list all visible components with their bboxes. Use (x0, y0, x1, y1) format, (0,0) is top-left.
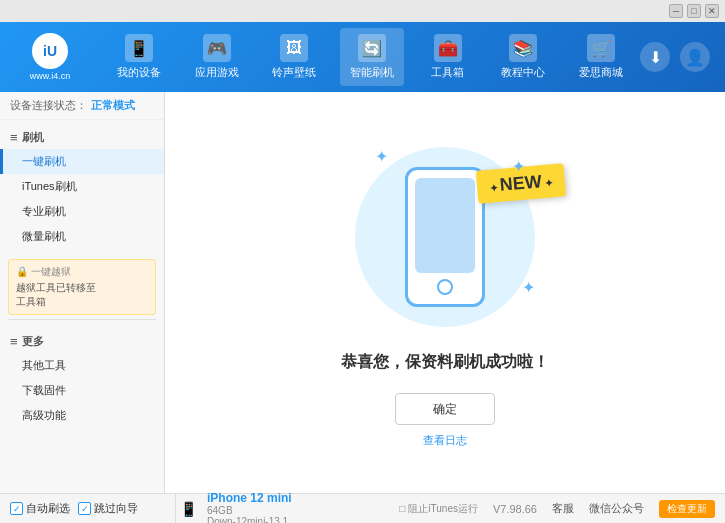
bottom-bar: 自动刷选 跳过向导 📱 iPhone 12 mini 64GB Down-12m… (0, 493, 725, 523)
title-bar: ─ □ ✕ (0, 0, 725, 22)
nav-item-tutorials[interactable]: 📚 教程中心 (491, 28, 555, 86)
sparkle-icon-1: ✦ (375, 147, 388, 166)
sidebar: 设备连接状态： 正常模式 ≡ 刷机 一键刷机 iTunes刷机 专业刷机 微量刷… (0, 92, 165, 493)
device-status: 设备连接状态： 正常模式 (0, 92, 164, 120)
nav-item-my-device[interactable]: 📱 我的设备 (107, 28, 171, 86)
more-group-label: 更多 (22, 334, 44, 349)
wallpaper-icon: 🖼 (280, 34, 308, 62)
version-text: V7.98.66 (493, 503, 537, 515)
nav-item-mall[interactable]: 🛒 爱思商城 (569, 28, 633, 86)
phone-screen (415, 178, 475, 273)
app-game-icon: 🎮 (203, 34, 231, 62)
nav-label-tutorials: 教程中心 (501, 65, 545, 80)
more-group-header: ≡ 更多 (0, 330, 164, 353)
nav-item-app-game[interactable]: 🎮 应用游戏 (185, 28, 249, 86)
bottom-right: □ 阻止iTunes运行 V7.98.66 客服 微信公众号 检查更新 (399, 500, 715, 518)
skip-wizard-label: 跳过向导 (94, 501, 138, 516)
flash-group-icon: ≡ (10, 130, 18, 145)
main-layout: 设备连接状态： 正常模式 ≡ 刷机 一键刷机 iTunes刷机 专业刷机 微量刷… (0, 92, 725, 493)
logo-icon: iU (32, 33, 68, 69)
tutorials-icon: 📚 (509, 34, 537, 62)
nav-label-my-device: 我的设备 (117, 65, 161, 80)
sidebar-divider (8, 319, 156, 320)
sparkle-icon-2: ✦ (512, 157, 525, 176)
phone-shape (405, 167, 485, 307)
auto-flash-checkbox-box[interactable] (10, 502, 23, 515)
logo-area[interactable]: iU www.i4.cn (0, 33, 100, 81)
nav-item-smart-flash[interactable]: 🔄 智能刷机 (340, 28, 404, 86)
status-value: 正常模式 (91, 98, 135, 113)
device-info: iPhone 12 mini 64GB Down-12mini-13,1 (207, 491, 292, 524)
mall-icon: 🛒 (587, 34, 615, 62)
sidebar-item-save-flash[interactable]: 微量刷机 (0, 224, 164, 249)
sidebar-item-one-key-flash[interactable]: 一键刷机 (0, 149, 164, 174)
sidebar-item-other-tools[interactable]: 其他工具 (0, 353, 164, 378)
nav-item-wallpaper[interactable]: 🖼 铃声壁纸 (262, 28, 326, 86)
nav-right: ⬇ 👤 (640, 42, 725, 72)
flash-group-label: 刷机 (22, 130, 44, 145)
itunes-stop-icon: □ (399, 503, 405, 514)
skip-wizard-checkbox-box[interactable] (78, 502, 91, 515)
sidebar-item-advanced[interactable]: 高级功能 (0, 403, 164, 428)
smart-flash-icon: 🔄 (358, 34, 386, 62)
customer-service-link[interactable]: 客服 (552, 501, 574, 516)
notice-body: 越狱工具已转移至 工具箱 (16, 281, 148, 309)
nav-label-app-game: 应用游戏 (195, 65, 239, 80)
download-button[interactable]: ⬇ (640, 42, 670, 72)
sidebar-item-download-firmware[interactable]: 下载固件 (0, 378, 164, 403)
itunes-stop-label: 阻止iTunes运行 (408, 502, 478, 516)
device-storage: 64GB (207, 505, 292, 516)
sidebar-item-itunes-flash[interactable]: iTunes刷机 (0, 174, 164, 199)
nav-label-toolbox: 工具箱 (431, 65, 464, 80)
more-group-icon: ≡ (10, 334, 18, 349)
jailbreak-notice: 🔒 一键越狱 越狱工具已转移至 工具箱 (8, 259, 156, 315)
skip-wizard-checkbox[interactable]: 跳过向导 (78, 501, 138, 516)
device-icon: 📱 (180, 501, 197, 517)
notice-title: 🔒 一键越狱 (16, 265, 148, 279)
toolbox-icon: 🧰 (434, 34, 462, 62)
success-illustration: NEW ✦ ✦ ✦ (345, 137, 545, 337)
minimize-button[interactable]: ─ (669, 4, 683, 18)
nav-label-smart-flash: 智能刷机 (350, 65, 394, 80)
sparkle-icon-3: ✦ (522, 278, 535, 297)
confirm-button[interactable]: 确定 (395, 393, 495, 425)
auto-flash-checkbox[interactable]: 自动刷选 (10, 501, 70, 516)
phone-home-btn (437, 279, 453, 295)
bottom-left: 自动刷选 跳过向导 (10, 501, 175, 516)
status-label: 设备连接状态： (10, 98, 87, 113)
flash-section: ≡ 刷机 一键刷机 iTunes刷机 专业刷机 微量刷机 (0, 120, 164, 255)
my-device-icon: 📱 (125, 34, 153, 62)
wechat-public-link[interactable]: 微信公众号 (589, 501, 644, 516)
account-button[interactable]: 👤 (680, 42, 710, 72)
itunes-stop[interactable]: □ 阻止iTunes运行 (399, 502, 478, 516)
logo-tagline: www.i4.cn (30, 71, 71, 81)
success-text: 恭喜您，保资料刷机成功啦！ (341, 352, 549, 373)
device-firmware: Down-12mini-13,1 (207, 516, 292, 524)
nav-label-wallpaper: 铃声壁纸 (272, 65, 316, 80)
auto-flash-label: 自动刷选 (26, 501, 70, 516)
maximize-button[interactable]: □ (687, 4, 701, 18)
view-log-link[interactable]: 查看日志 (423, 433, 467, 448)
check-update-button[interactable]: 检查更新 (659, 500, 715, 518)
content-area: NEW ✦ ✦ ✦ 恭喜您，保资料刷机成功啦！ 确定 查看日志 (165, 92, 725, 493)
flash-group-header: ≡ 刷机 (0, 126, 164, 149)
close-button[interactable]: ✕ (705, 4, 719, 18)
nav-items: 📱 我的设备 🎮 应用游戏 🖼 铃声壁纸 🔄 智能刷机 🧰 工具箱 📚 教程中心… (100, 28, 640, 86)
nav-label-mall: 爱思商城 (579, 65, 623, 80)
sidebar-item-pro-flash[interactable]: 专业刷机 (0, 199, 164, 224)
header: iU www.i4.cn 📱 我的设备 🎮 应用游戏 🖼 铃声壁纸 🔄 智能刷机… (0, 22, 725, 92)
nav-item-toolbox[interactable]: 🧰 工具箱 (418, 28, 478, 86)
more-section: ≡ 更多 其他工具 下载固件 高级功能 (0, 324, 164, 434)
